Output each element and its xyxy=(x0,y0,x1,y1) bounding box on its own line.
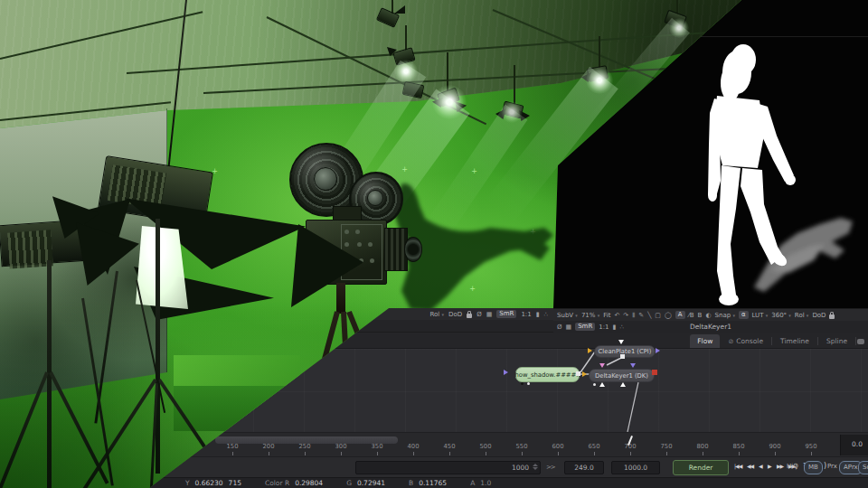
frame-field[interactable]: 1000 xyxy=(355,461,541,474)
tab-separator xyxy=(771,337,772,345)
tab-flow[interactable]: Flow xyxy=(690,334,720,348)
pen-icon[interactable]: ✎ xyxy=(638,312,644,319)
tab-separator xyxy=(855,337,856,345)
go-start-button[interactable]: |◀◀ xyxy=(734,463,741,469)
ruler-tick: 200 xyxy=(263,443,275,450)
stepper-icon[interactable] xyxy=(533,464,538,472)
viewer-label: DeltaKeyer1 xyxy=(553,321,868,333)
node-dot xyxy=(521,382,524,385)
checker-icon[interactable]: ▦ xyxy=(486,311,493,318)
port-mask-in-dk[interactable] xyxy=(630,363,636,368)
port-fg-in[interactable] xyxy=(582,371,587,377)
y-label: Y xyxy=(185,479,190,487)
rect-icon[interactable]: ▢ xyxy=(655,312,661,319)
smr-button[interactable]: SmR xyxy=(496,310,516,318)
render-button[interactable]: Render xyxy=(673,460,729,475)
ruler-tick: 700 xyxy=(625,443,637,450)
one-to-one-button[interactable]: 1:1 xyxy=(521,311,531,318)
buffer-ab-button[interactable]: ⁄B xyxy=(689,312,694,319)
g-value: 0.72941 xyxy=(357,479,385,487)
rol-dropdown[interactable]: Rol ▾ xyxy=(430,311,445,318)
viewer-right-toolbar-2: Ø ▦ SmR 1:1 ▮ ∴ DeltaKeyer1 xyxy=(553,321,868,333)
dod-button[interactable]: DoD xyxy=(448,311,462,318)
stage-pedestal xyxy=(174,355,300,386)
split-wipe-icon[interactable]: ◐ xyxy=(705,312,711,319)
ruler-tick: 750 xyxy=(661,443,673,450)
ruler-tick: 900 xyxy=(769,443,781,450)
rol-dropdown-right[interactable]: Rol ▾ xyxy=(795,312,809,319)
rotate-cw-icon[interactable]: ↷ xyxy=(623,312,628,319)
console-icon: ⊘ xyxy=(728,338,733,345)
value-readout: 0.0 xyxy=(840,435,868,455)
node-loader-how-shadow[interactable]: how_shadow.####.. xyxy=(515,367,580,382)
port-out-cleanplate[interactable] xyxy=(620,354,625,359)
b-value: 0.11765 xyxy=(419,479,447,487)
range-end-field[interactable]: 1000.0 xyxy=(611,461,660,474)
port-out-loader[interactable] xyxy=(576,371,580,376)
ruler-tick: 350 xyxy=(372,443,383,450)
mb-toggle[interactable]: MB xyxy=(804,461,823,474)
dod-button-right[interactable]: DoD xyxy=(812,312,826,319)
lut-dropdown[interactable]: LUT ▾ xyxy=(752,312,769,319)
hiq-toggle[interactable]: HiQ xyxy=(783,461,802,474)
ellipse-icon[interactable]: ◯ xyxy=(665,312,672,319)
shuttle-button[interactable]: >> xyxy=(546,464,555,471)
comments-icon[interactable] xyxy=(857,339,864,344)
node-deltakeyer1[interactable]: DeltaKeyer1 (DK) xyxy=(589,369,655,382)
y-pixel: 715 xyxy=(229,479,241,487)
null-view-icon[interactable]: Ø xyxy=(476,311,482,318)
lock-icon[interactable] xyxy=(467,314,472,318)
tab-console[interactable]: ⊘Console xyxy=(721,334,770,348)
b-label: B xyxy=(409,479,413,487)
alpha-overlay-button[interactable]: α xyxy=(739,311,749,319)
fit-button[interactable]: Fit xyxy=(603,312,610,319)
tab-separator xyxy=(817,337,818,345)
ruler-tick: 650 xyxy=(589,443,600,450)
ruler-tick: 950 xyxy=(806,443,817,450)
ruler-tick: 600 xyxy=(552,443,564,450)
port-solid-in[interactable] xyxy=(620,382,626,387)
ruler-tick: 150 xyxy=(227,443,239,450)
ruler-tick: 550 xyxy=(516,443,528,450)
port-loader-aux[interactable] xyxy=(504,370,508,375)
port-aux-in[interactable] xyxy=(656,348,660,353)
port-garbage-in[interactable] xyxy=(599,382,605,387)
step-back-fast-button[interactable]: ◀◀ xyxy=(747,463,753,469)
ruler-tick: 450 xyxy=(444,443,456,450)
dots-icon[interactable]: ∴ xyxy=(544,311,548,318)
line-icon[interactable]: ╲ xyxy=(647,312,651,319)
a-label: A xyxy=(470,479,475,487)
y-value: 0.66230 xyxy=(195,479,223,487)
tab-timeline[interactable]: Timeline xyxy=(773,334,816,348)
port-cleanplate-in[interactable] xyxy=(599,363,605,368)
ruler-tick: 250 xyxy=(299,443,311,450)
zoom-dropdown[interactable]: 71% ▾ xyxy=(581,312,599,319)
viewer-right-toolbar: SubV ▾ 71% ▾ Fit ↶ ↷ ⦀ ✎ ╲ ▢ ◯ A ⁄B B ◐ … xyxy=(553,309,868,321)
bar-icon[interactable]: ▮ xyxy=(536,311,540,318)
buffer-b-button[interactable]: B xyxy=(698,312,703,319)
view360-dropdown[interactable]: 360° ▾ xyxy=(771,312,791,319)
a-value: 1.0 xyxy=(480,479,491,487)
range-start-field[interactable]: 249.0 xyxy=(564,461,604,474)
buffer-a-button[interactable]: A xyxy=(675,311,685,319)
subview-dropdown[interactable]: SubV ▾ xyxy=(557,312,578,319)
ruler-tick: 300 xyxy=(335,443,347,450)
play-button[interactable]: ▶ xyxy=(768,463,771,469)
ruler-tick: 400 xyxy=(408,443,420,450)
rotate-ccw-icon[interactable]: ↶ xyxy=(614,312,619,319)
port-bg-in[interactable] xyxy=(588,348,592,353)
color-label: Color R xyxy=(265,479,289,487)
r-value: 0.29804 xyxy=(295,479,323,487)
node-dot xyxy=(593,383,596,386)
guides-icon[interactable]: ⦀ xyxy=(632,312,635,319)
port-mask-in[interactable] xyxy=(618,340,624,344)
node-cleanplate1[interactable]: CleanPlate1 (CPl) xyxy=(594,345,656,358)
port-out-deltakeyer[interactable] xyxy=(652,370,657,375)
tab-spline[interactable]: Spline xyxy=(819,334,854,348)
so-toggle[interactable]: So xyxy=(858,461,868,474)
play-reverse-button[interactable]: ◀ xyxy=(759,463,762,469)
ruler-tick: 800 xyxy=(697,443,709,450)
fusion-window: Rol ▾ DoD Ø ▦ SmR 1:1 ▮ ∴ SubV ▾ 71% ▾ F… xyxy=(0,0,868,488)
lock-icon-right[interactable] xyxy=(829,314,835,319)
snap-dropdown[interactable]: Snap ▾ xyxy=(715,312,735,319)
